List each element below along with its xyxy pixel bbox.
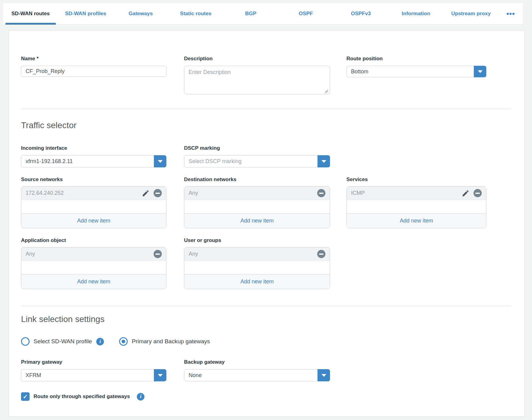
- primary-gateway-value: XFRM: [21, 372, 166, 379]
- add-new-item-button[interactable]: Add new item: [184, 274, 330, 289]
- list-item-text: 172.64.240.252: [26, 190, 142, 196]
- list-item: 172.64.240.252: [21, 187, 166, 200]
- primary-gateway-select[interactable]: XFRM: [21, 369, 166, 381]
- chevron-down-icon: [158, 160, 163, 163]
- route-only-row: ✓ Route only through specified gateways …: [21, 392, 516, 401]
- dropdown-button[interactable]: [154, 369, 166, 381]
- resize-handle-icon[interactable]: [325, 89, 328, 93]
- remove-item-button[interactable]: [154, 189, 162, 197]
- add-new-item-label: Add new item: [400, 218, 433, 224]
- description-textarea[interactable]: [184, 66, 330, 94]
- radio-select-sdwan-profile[interactable]: [21, 337, 30, 346]
- radio-primary-backup-gateways[interactable]: [119, 337, 128, 346]
- info-icon[interactable]: i: [137, 393, 144, 401]
- list-item-text: Any: [26, 251, 154, 257]
- remove-minus-icon: [154, 250, 162, 258]
- tab-label: OSPFv3: [351, 11, 371, 17]
- list-empty-area: [21, 261, 166, 274]
- dropdown-button[interactable]: [317, 155, 330, 167]
- add-new-item-label: Add new item: [240, 218, 274, 224]
- incoming-interface-label: Incoming interface: [21, 145, 166, 151]
- chevron-down-icon: [158, 374, 163, 377]
- tab-label: OSPF: [299, 11, 313, 17]
- remove-item-button[interactable]: [317, 189, 325, 197]
- tab-label: BGP: [245, 11, 257, 17]
- list-item: Any: [184, 187, 330, 200]
- remove-minus-icon: [317, 189, 325, 197]
- gateways-row: Primary gateway XFRM Backup gateway None: [21, 359, 516, 381]
- dropdown-button[interactable]: [474, 66, 486, 77]
- tab-gateways[interactable]: Gateways: [113, 3, 168, 24]
- section-divider: [21, 109, 511, 109]
- backup-gateway-select[interactable]: None: [184, 369, 330, 381]
- list-empty-area: [184, 200, 330, 213]
- tab-label: SD-WAN profiles: [65, 11, 106, 17]
- tab-sdwan-profiles[interactable]: SD-WAN profiles: [58, 3, 113, 24]
- name-input[interactable]: [21, 66, 166, 77]
- remove-minus-icon: [473, 189, 482, 197]
- list-item: Any: [184, 247, 330, 261]
- primary-gateway-label: Primary gateway: [21, 359, 166, 365]
- services-label: Services: [346, 177, 486, 183]
- dscp-marking-placeholder: Select DSCP marking: [184, 158, 330, 165]
- checkmark-icon: ✓: [23, 393, 28, 400]
- dropdown-button[interactable]: [317, 369, 330, 381]
- chevron-down-icon: [478, 70, 483, 73]
- tab-upstream-proxy[interactable]: Upstream proxy: [443, 3, 498, 24]
- dropdown-button[interactable]: [154, 155, 166, 167]
- link-selection-heading: Link selection settings: [21, 314, 516, 324]
- source-networks-label: Source networks: [21, 177, 166, 183]
- edit-pencil-icon: [142, 189, 150, 197]
- add-new-item-button[interactable]: Add new item: [21, 213, 166, 228]
- remove-minus-icon: [154, 189, 162, 197]
- remove-item-button[interactable]: [317, 250, 325, 258]
- more-tabs-button[interactable]: •••: [498, 3, 523, 24]
- route-position-value: Bottom: [347, 68, 486, 75]
- route-position-select[interactable]: Bottom: [346, 66, 486, 77]
- incoming-interface-select[interactable]: xfrm1-192.168.2.11: [21, 155, 166, 167]
- tab-information[interactable]: Information: [388, 3, 444, 24]
- tab-bar: SD-WAN routes SD-WAN profiles Gateways S…: [3, 3, 523, 25]
- radio-label-sdwan-profile: Select SD-WAN profile: [34, 338, 92, 345]
- list-empty-area: [21, 200, 166, 213]
- remove-minus-icon: [317, 250, 325, 258]
- remove-item-button[interactable]: [473, 189, 482, 197]
- chevron-down-icon: [321, 374, 326, 377]
- info-icon[interactable]: i: [96, 338, 104, 345]
- edit-item-button[interactable]: [462, 189, 470, 197]
- route-only-checkbox[interactable]: ✓: [21, 392, 30, 401]
- add-new-item-button[interactable]: Add new item: [184, 213, 330, 228]
- add-new-item-label: Add new item: [240, 278, 274, 285]
- remove-item-button[interactable]: [154, 250, 162, 258]
- list-item: ICMP: [347, 187, 486, 200]
- application-user-row: Application object Any Add new item User…: [21, 237, 516, 289]
- user-or-groups-listbox: Any Add new item: [184, 247, 330, 289]
- add-new-item-button[interactable]: Add new item: [347, 213, 486, 228]
- tab-ospfv3[interactable]: OSPFv3: [333, 3, 388, 24]
- application-object-label: Application object: [21, 237, 166, 243]
- edit-item-button[interactable]: [142, 189, 150, 197]
- description-label: Description: [184, 56, 330, 62]
- route-only-label: Route only through specified gateways: [34, 394, 130, 400]
- tab-sdwan-routes[interactable]: SD-WAN routes: [3, 3, 58, 24]
- incoming-interface-value: xfrm1-192.168.2.11: [21, 158, 166, 165]
- traffic-selector-heading: Traffic selector: [21, 120, 516, 130]
- user-or-groups-label: User or groups: [184, 237, 330, 243]
- add-new-item-label: Add new item: [77, 278, 110, 285]
- dscp-marking-select[interactable]: Select DSCP marking: [184, 155, 330, 167]
- content-card: Name * Description Route position Bottom…: [9, 30, 525, 417]
- add-new-item-button[interactable]: Add new item: [21, 274, 166, 289]
- tab-label: Upstream proxy: [451, 11, 491, 17]
- general-fields-row: Name * Description Route position Bottom: [21, 56, 516, 96]
- active-tab-underline: [5, 23, 56, 25]
- tab-static-routes[interactable]: Static routes: [168, 3, 223, 24]
- tab-label: Static routes: [180, 11, 211, 17]
- tab-bgp[interactable]: BGP: [223, 3, 278, 24]
- tab-label: Information: [402, 11, 430, 17]
- tab-ospf[interactable]: OSPF: [278, 3, 333, 24]
- interface-dscp-row: Incoming interface xfrm1-192.168.2.11 DS…: [21, 145, 516, 167]
- source-networks-listbox: 172.64.240.252 Add new item: [21, 186, 166, 228]
- list-item-text: ICMP: [351, 190, 462, 196]
- application-object-listbox: Any Add new item: [21, 247, 166, 289]
- destination-networks-listbox: Any Add new item: [184, 186, 330, 228]
